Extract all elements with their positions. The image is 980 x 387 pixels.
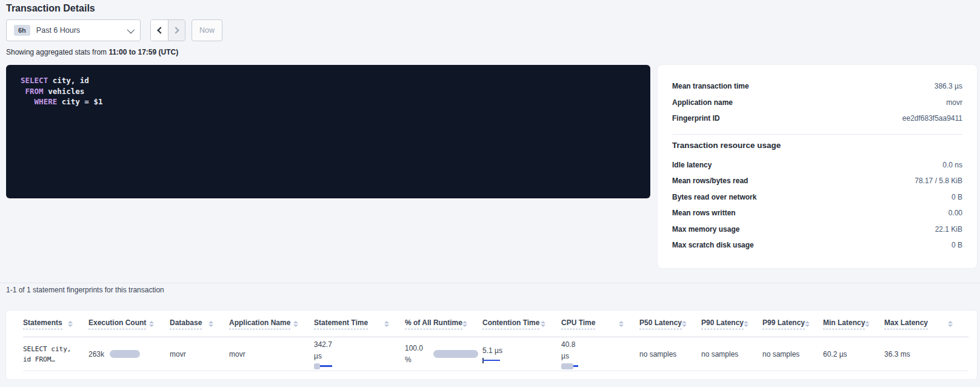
resource-label: Max memory usage <box>672 225 739 234</box>
sort-icon[interactable] <box>208 321 213 327</box>
resource-value: 0.00 <box>948 209 962 217</box>
column-header-application-name: Application Name <box>229 318 314 329</box>
summary-row: Mean transaction time 386.3 µs <box>672 78 962 95</box>
cell-statement: SELECT city, id FROM… <box>23 337 88 371</box>
divider <box>672 134 962 135</box>
execution-count-bar <box>110 350 140 358</box>
now-button[interactable]: Now <box>192 19 222 41</box>
time-range-label: Past 6 Hours <box>36 26 127 35</box>
cell-p99-latency: no samples <box>762 337 823 371</box>
time-controls: 6h Past 6 Hours Now <box>6 19 222 41</box>
statements-table: Statements Execution Count Database Appl… <box>6 311 977 379</box>
resource-label: Idle latency <box>672 161 712 169</box>
statement-time-bar <box>314 363 332 369</box>
column-header-statements: Statements <box>23 318 88 329</box>
column-header-statement-time: Statement Time <box>314 318 405 329</box>
cell-cpu-time: 40.8 µs <box>561 337 639 371</box>
resource-row: Max memory usage 22.1 KiB <box>672 221 962 238</box>
sort-icon[interactable] <box>948 321 953 327</box>
stats-time-range: 11:00 to 17:59 (UTC) <box>108 48 178 56</box>
chevron-right-icon <box>172 27 179 33</box>
resource-value: 0 B <box>952 241 962 249</box>
sort-icon[interactable] <box>744 321 748 327</box>
cell-database: movr <box>170 337 229 371</box>
resource-value: 22.1 KiB <box>935 225 962 234</box>
sort-icon[interactable] <box>462 321 467 327</box>
cell-min-latency: 60.2 µs <box>823 337 884 371</box>
summary-label: Application name <box>672 98 733 107</box>
sort-icon[interactable] <box>68 321 73 327</box>
interval-badge: 6h <box>14 25 30 36</box>
resource-label: Mean rows/bytes read <box>672 177 748 185</box>
page-title: Transaction Details <box>6 3 95 14</box>
next-time-button[interactable] <box>168 20 185 41</box>
resource-usage-heading: Transaction resource usage <box>672 141 962 150</box>
summary-row: Application name movr <box>672 95 962 111</box>
column-header-p90-latency: P90 Latency <box>701 318 762 329</box>
sort-icon[interactable] <box>619 321 624 327</box>
resource-row: Bytes read over network 0 B <box>672 189 962 206</box>
column-header-p50-latency: P50 Latency <box>639 318 701 329</box>
cell-pct-runtime: 100.0 % <box>405 337 482 371</box>
sort-icon[interactable] <box>682 321 687 327</box>
resource-value: 0.0 ns <box>942 161 962 169</box>
sort-icon[interactable] <box>384 321 389 327</box>
sort-icon[interactable] <box>293 321 298 327</box>
aggregated-stats-caption: Showing aggregated stats from 11:00 to 1… <box>6 48 178 56</box>
summary-label: Mean transaction time <box>672 82 749 90</box>
resource-value: 78.17 / 5.8 KiB <box>915 177 962 185</box>
cell-max-latency: 36.3 ms <box>884 337 968 371</box>
sql-line: FROM vehicles <box>21 86 636 97</box>
section-divider <box>0 283 980 283</box>
summary-value: ee2df683f5aa9411 <box>902 114 962 123</box>
resource-label: Bytes read over network <box>672 193 756 201</box>
column-header-execution-count: Execution Count <box>88 318 170 329</box>
transaction-overview: SELECT city, id FROM vehicles WHERE city… <box>6 65 977 268</box>
previous-time-button[interactable] <box>151 20 168 41</box>
time-range-dropdown[interactable]: 6h Past 6 Hours <box>6 19 141 41</box>
sql-line: WHERE city = $1 <box>21 96 636 107</box>
resource-label: Max scratch disk usage <box>672 241 754 249</box>
resource-row: Mean rows written 0.00 <box>672 205 962 221</box>
cell-contention-time: 5.1 µs <box>482 337 561 371</box>
column-header-pct-runtime: % of All Runtime <box>405 318 482 329</box>
cell-execution-count: 263k <box>88 337 170 371</box>
resource-row: Mean rows/bytes read 78.17 / 5.8 KiB <box>672 173 962 189</box>
summary-label: Fingerprint ID <box>672 114 720 123</box>
column-header-database: Database <box>170 318 229 329</box>
sort-icon[interactable] <box>805 321 810 327</box>
table-row: SELECT city, id FROM… 263k movr movr 342… <box>23 337 968 371</box>
sql-line: SELECT city, id <box>21 75 636 86</box>
statement-count-caption: 1-1 of 1 statement fingerprints for this… <box>6 286 164 294</box>
resource-row: Max scratch disk usage 0 B <box>672 237 962 254</box>
column-header-max-latency: Max Latency <box>884 318 968 329</box>
column-header-contention-time: Contention Time <box>482 318 561 329</box>
cell-statement-time: 342.7 µs <box>314 337 405 371</box>
sort-icon[interactable] <box>865 321 870 327</box>
chevron-down-icon <box>127 25 135 33</box>
statement-link[interactable]: SELECT city, id FROM… <box>23 344 79 365</box>
time-step-group <box>150 19 185 41</box>
transaction-summary-panel: Mean transaction time 386.3 µs Applicati… <box>658 65 977 268</box>
contention-time-bar <box>482 358 500 363</box>
resource-value: 0 B <box>952 193 962 201</box>
runtime-bar <box>433 350 478 358</box>
cell-p50-latency: no samples <box>639 337 701 371</box>
column-header-cpu-time: CPU Time <box>561 318 639 329</box>
cell-application-name: movr <box>229 337 314 371</box>
resource-row: Idle latency 0.0 ns <box>672 157 962 173</box>
resource-label: Mean rows written <box>672 209 736 217</box>
sort-icon[interactable] <box>541 321 545 327</box>
table-header-row: Statements Execution Count Database Appl… <box>23 311 968 337</box>
cpu-time-bar <box>561 363 578 369</box>
sort-icon[interactable] <box>149 321 154 327</box>
column-header-p99-latency: P99 Latency <box>762 318 823 329</box>
cell-p90-latency: no samples <box>701 337 762 371</box>
sql-statement-box: SELECT city, id FROM vehicles WHERE city… <box>6 65 650 198</box>
summary-row: Fingerprint ID ee2df683f5aa9411 <box>672 110 962 127</box>
column-header-min-latency: Min Latency <box>823 318 884 329</box>
summary-value: 386.3 µs <box>935 82 962 90</box>
chevron-left-icon <box>157 27 164 33</box>
summary-value: movr <box>946 98 962 107</box>
